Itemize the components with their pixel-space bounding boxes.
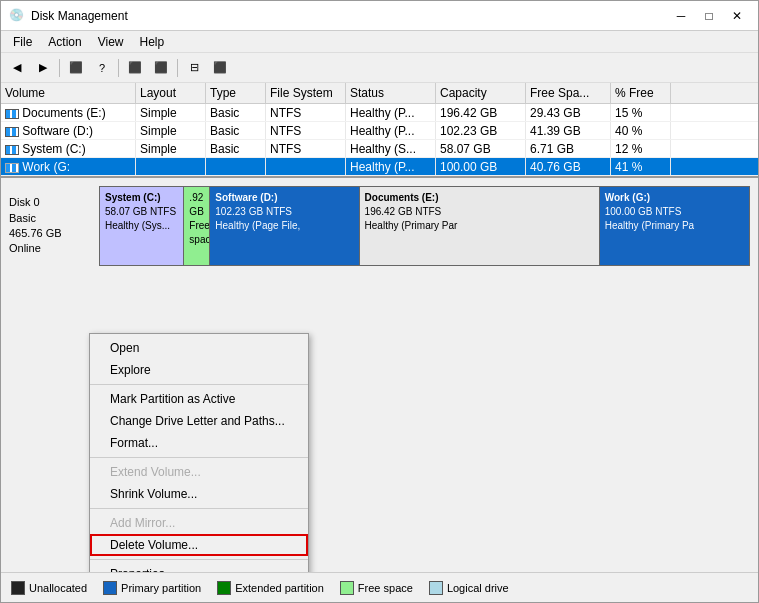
col-header-capacity[interactable]: Capacity (436, 83, 526, 103)
col-header-filesystem[interactable]: File System (266, 83, 346, 103)
partition-size: 102.23 GB NTFS (215, 205, 353, 219)
ctx-format[interactable]: Format... (90, 432, 308, 454)
ctx-extend: Extend Volume... (90, 461, 308, 483)
toolbar-btn-7[interactable]: ⊟ (182, 57, 206, 79)
legend-logical: Logical drive (429, 581, 509, 595)
partition-work-g[interactable]: Work (G:) 100.00 GB NTFS Healthy (Primar… (600, 187, 749, 265)
menu-help[interactable]: Help (132, 33, 173, 51)
legend-free: Free space (340, 581, 413, 595)
window-title: Disk Management (31, 9, 668, 23)
cell-freespace: 40.76 GB (526, 158, 611, 175)
partition-label: Documents (E:) (365, 191, 594, 205)
partition-size: 100.00 GB NTFS (605, 205, 744, 219)
ctx-properties[interactable]: Properties (90, 563, 308, 572)
table-row-selected[interactable]: Work (G: Healthy (P... 100.00 GB 40.76 G… (1, 158, 758, 176)
cell-layout (136, 158, 206, 175)
disk-graphic-area: Disk 0 Basic 465.76 GB Online System (C:… (1, 178, 758, 572)
legend-label-primary: Primary partition (121, 582, 201, 594)
minimize-button[interactable]: ─ (668, 6, 694, 26)
table-row[interactable]: Documents (E:) Simple Basic NTFS Healthy… (1, 104, 758, 122)
ctx-open[interactable]: Open (90, 337, 308, 359)
ctx-change-letter[interactable]: Change Drive Letter and Paths... (90, 410, 308, 432)
maximize-button[interactable]: □ (696, 6, 722, 26)
cell-volume: System (C:) (1, 140, 136, 157)
table-row[interactable]: System (C:) Simple Basic NTFS Healthy (S… (1, 140, 758, 158)
volume-table: Volume Layout Type File System Status Ca… (1, 83, 758, 178)
partition-size: 58.07 GB NTFS (105, 205, 178, 219)
ctx-sep-2 (90, 457, 308, 458)
legend-extended: Extended partition (217, 581, 324, 595)
ctx-shrink[interactable]: Shrink Volume... (90, 483, 308, 505)
partition-detail: Healthy (Primary Par (365, 219, 594, 233)
partition-detail: Healthy (Primary Pa (605, 219, 744, 233)
ctx-sep-4 (90, 559, 308, 560)
partition-documents-e[interactable]: Documents (E:) 196.42 GB NTFS Healthy (P… (360, 187, 600, 265)
menu-view[interactable]: View (90, 33, 132, 51)
menu-file[interactable]: File (5, 33, 40, 51)
cell-freespace: 6.71 GB (526, 140, 611, 157)
partition-system-c[interactable]: System (C:) 58.07 GB NTFS Healthy (Sys..… (100, 187, 184, 265)
legend-box-primary (103, 581, 117, 595)
toolbar-separator-2 (118, 59, 119, 77)
cell-filesystem: NTFS (266, 104, 346, 121)
legend-label-unallocated: Unallocated (29, 582, 87, 594)
forward-button[interactable]: ▶ (31, 57, 55, 79)
close-button[interactable]: ✕ (724, 6, 750, 26)
menu-bar: File Action View Help (1, 31, 758, 53)
partition-label: System (C:) (105, 191, 178, 205)
cell-freespace: 29.43 GB (526, 104, 611, 121)
cell-filesystem (266, 158, 346, 175)
ctx-delete-volume[interactable]: Delete Volume... (90, 534, 308, 556)
cell-layout: Simple (136, 140, 206, 157)
cell-layout: Simple (136, 122, 206, 139)
toolbar-btn-6[interactable]: ⬛ (149, 57, 173, 79)
disk0-status: Online (9, 241, 99, 256)
cell-volume: Work (G: (1, 158, 136, 175)
cell-pctfree: 40 % (611, 122, 671, 139)
col-header-layout[interactable]: Layout (136, 83, 206, 103)
cell-volume: Software (D:) (1, 122, 136, 139)
disk0-row: Disk 0 Basic 465.76 GB Online System (C:… (9, 186, 750, 266)
cell-capacity: 196.42 GB (436, 104, 526, 121)
col-header-pctfree[interactable]: % Free (611, 83, 671, 103)
col-header-freespace[interactable]: Free Spa... (526, 83, 611, 103)
legend-box-free (340, 581, 354, 595)
title-bar: 💿 Disk Management ─ □ ✕ (1, 1, 758, 31)
cell-status: Healthy (P... (346, 104, 436, 121)
col-header-volume[interactable]: Volume (1, 83, 136, 103)
back-button[interactable]: ◀ (5, 57, 29, 79)
toolbar-btn-5[interactable]: ⬛ (123, 57, 147, 79)
ctx-explore[interactable]: Explore (90, 359, 308, 381)
cell-filesystem: NTFS (266, 122, 346, 139)
partition-detail: Free space (189, 219, 204, 247)
toolbar: ◀ ▶ ⬛ ? ⬛ ⬛ ⊟ ⬛ (1, 53, 758, 83)
legend: Unallocated Primary partition Extended p… (1, 572, 758, 602)
disk0-label: Disk 0 Basic 465.76 GB Online (9, 186, 99, 266)
cell-pctfree: 41 % (611, 158, 671, 175)
cell-status: Healthy (S... (346, 140, 436, 157)
ctx-add-mirror: Add Mirror... (90, 512, 308, 534)
legend-label-logical: Logical drive (447, 582, 509, 594)
col-header-status[interactable]: Status (346, 83, 436, 103)
table-row[interactable]: Software (D:) Simple Basic NTFS Healthy … (1, 122, 758, 140)
cell-volume: Documents (E:) (1, 104, 136, 121)
menu-action[interactable]: Action (40, 33, 89, 51)
cell-type: Basic (206, 122, 266, 139)
ctx-sep-3 (90, 508, 308, 509)
toolbar-separator-1 (59, 59, 60, 77)
toolbar-btn-8[interactable]: ⬛ (208, 57, 232, 79)
cell-type: Basic (206, 104, 266, 121)
cell-status: Healthy (P... (346, 158, 436, 175)
col-header-type[interactable]: Type (206, 83, 266, 103)
ctx-mark-active[interactable]: Mark Partition as Active (90, 388, 308, 410)
legend-label-extended: Extended partition (235, 582, 324, 594)
partition-free-e[interactable]: .92 GB Free space (184, 187, 210, 265)
disk-management-window: 💿 Disk Management ─ □ ✕ File Action View… (0, 0, 759, 603)
toolbar-btn-4[interactable]: ? (90, 57, 114, 79)
cell-capacity: 100.00 GB (436, 158, 526, 175)
cell-type (206, 158, 266, 175)
partition-label: .92 GB (189, 191, 204, 219)
ctx-sep-1 (90, 384, 308, 385)
partition-software-d[interactable]: Software (D:) 102.23 GB NTFS Healthy (Pa… (210, 187, 359, 265)
toolbar-btn-3[interactable]: ⬛ (64, 57, 88, 79)
